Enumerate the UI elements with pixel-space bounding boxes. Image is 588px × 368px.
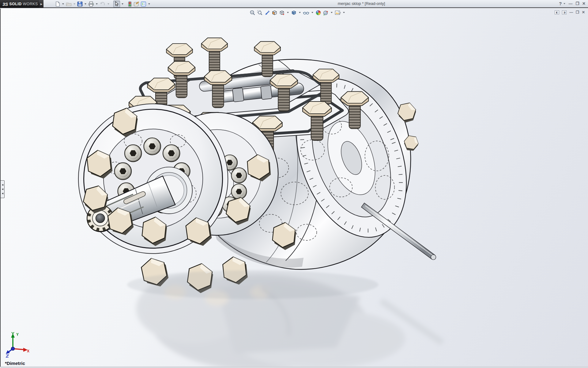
- save-floppy-icon: [77, 1, 83, 7]
- minimize-button[interactable]: —: [568, 0, 572, 7]
- reference-triad[interactable]: Y X: [4, 332, 30, 358]
- restore-button[interactable]: ❐: [575, 0, 579, 7]
- standard-toolbar: [55, 1, 151, 7]
- triad-x-label: X: [27, 349, 29, 353]
- triad-y-label: Y: [16, 332, 19, 337]
- print-button[interactable]: [88, 1, 94, 7]
- select-dropdown-caret[interactable]: [122, 3, 123, 5]
- options-button[interactable]: [140, 1, 147, 7]
- rebuild-button[interactable]: [127, 1, 132, 7]
- open-dropdown-caret[interactable]: [74, 3, 75, 5]
- file-properties-icon: [133, 1, 139, 7]
- model-ground-shadow: [127, 270, 378, 299]
- viewport-bottom-edge: [1, 366, 588, 368]
- title-bar: 3S SOLIDWORKS ▶: [0, 0, 588, 8]
- help-icon[interactable]: ?: [559, 0, 562, 7]
- options-checklist-icon: [141, 1, 146, 7]
- save-dropdown-caret[interactable]: [85, 3, 86, 5]
- close-button[interactable]: ✕: [582, 0, 586, 7]
- save-button[interactable]: [77, 1, 83, 7]
- print-icon: [88, 1, 94, 7]
- rebuild-traffic-light-icon: [128, 1, 132, 7]
- print-dropdown-caret[interactable]: [96, 3, 98, 5]
- file-properties-button[interactable]: [133, 1, 140, 7]
- logo-text-works: WORKS: [23, 2, 38, 6]
- select-cursor-icon: [114, 1, 119, 7]
- open-folder-icon: [66, 1, 72, 7]
- new-document-icon: [55, 1, 60, 7]
- new-dropdown-caret[interactable]: [62, 3, 64, 5]
- view-orientation-label: *Dimetric: [5, 361, 25, 366]
- help-dropdown-caret[interactable]: [564, 3, 565, 4]
- menu-expand-arrow-icon[interactable]: ▶: [39, 0, 43, 8]
- window-title: menjac sklop * [Read-only]: [306, 0, 417, 7]
- solidworks-logo: 3S SOLIDWORKS: [0, 0, 39, 8]
- graphics-viewport[interactable]: ◧ ◨ — ❐ ✕: [0, 9, 588, 367]
- undo-dropdown-caret[interactable]: [107, 3, 109, 5]
- logo-text-solid: SOLID: [9, 2, 21, 6]
- dassault-logo-mark: 3S: [2, 2, 8, 7]
- undo-button[interactable]: [99, 1, 106, 7]
- select-tool-button[interactable]: [113, 1, 120, 7]
- options-dropdown-caret[interactable]: [148, 3, 150, 5]
- undo-icon: [100, 1, 106, 7]
- open-button[interactable]: [66, 1, 72, 7]
- new-document-button[interactable]: [55, 1, 61, 7]
- window-controls: ? — ❐ ✕: [559, 0, 586, 7]
- gearbox-assembly-model[interactable]: [1, 9, 588, 367]
